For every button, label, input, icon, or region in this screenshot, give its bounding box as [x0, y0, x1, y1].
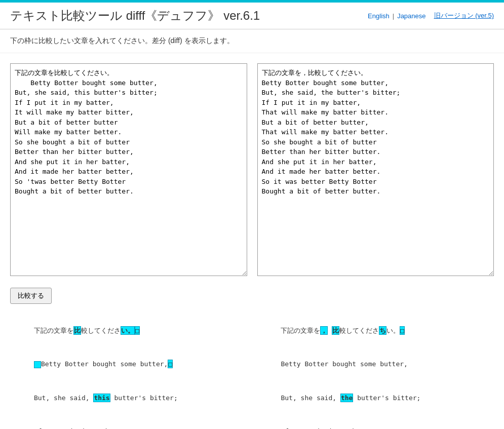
right-textarea-wrapper: 下記の文章を，比較してください。 Betty Botter bought som…	[257, 63, 494, 278]
header: テキスト比較ツール difff《デュフフ》 ver.6.1 English | …	[0, 3, 504, 29]
diff-word-the: the	[340, 394, 353, 402]
header-links: English | Japanese 旧バージョン (ver.5)	[368, 11, 494, 20]
left-textarea[interactable]: 下記の文章を比較してください。 Betty Botter bought some…	[10, 63, 247, 276]
right-result-line-4: If I put it in my batter,	[257, 415, 494, 429]
right-result-pane: 下記の文章を， 比較してくださちい。□ Betty Botter bought …	[257, 314, 494, 429]
right-result-line-2: Betty Botter bought some butter,	[257, 347, 494, 381]
diff-span-box: □	[400, 326, 405, 335]
japanese-lang-link[interactable]: Japanese	[397, 12, 425, 20]
diff-span: 比	[73, 326, 81, 335]
diff-box-inline	[34, 361, 41, 368]
left-result-line-1: 下記の文章を比較してください。□	[10, 314, 247, 347]
diff-span: い。	[121, 326, 135, 335]
diff-span: ち	[379, 326, 386, 335]
left-result-pane: 下記の文章を比較してください。□ Betty Botter bought som…	[10, 314, 247, 429]
compare-button[interactable]: 比較する	[10, 288, 52, 304]
diff-span: 比	[332, 326, 339, 335]
left-result-line-2: Betty Botter bought some butter,□	[10, 347, 247, 381]
english-lang-link[interactable]: English	[368, 12, 390, 20]
diff-span-box: □	[135, 326, 140, 335]
left-textarea-wrapper: 下記の文章を比較してください。 Betty Botter bought some…	[10, 63, 247, 278]
textareas-section: 下記の文章を比較してください。 Betty Botter bought some…	[0, 53, 504, 283]
lang-separator: |	[393, 12, 394, 20]
left-result-line-4: If I put it in my batter,	[10, 415, 247, 429]
diff-span: ，	[320, 326, 328, 335]
right-result-line-1: 下記の文章を， 比較してくださちい。□	[257, 314, 494, 347]
diff-word-this: this	[93, 394, 110, 402]
page-title: テキスト比較ツール difff《デュフフ》 ver.6.1	[10, 8, 260, 24]
compare-section: 比較する	[0, 283, 504, 314]
description-label: 下の枠に比較したい文章を入れてください。差分 (diff) を表示します。	[10, 36, 234, 45]
diff-span: □	[168, 360, 173, 368]
description-text: 下の枠に比較したい文章を入れてください。差分 (diff) を表示します。	[0, 29, 504, 53]
results-section: 下記の文章を比較してください。□ Betty Botter bought som…	[0, 314, 504, 429]
left-result-line-3: But, she said, this butter's bitter;	[10, 381, 247, 415]
right-textarea[interactable]: 下記の文章を，比較してください。 Betty Botter bought som…	[257, 63, 494, 276]
old-version-link[interactable]: 旧バージョン (ver.5)	[434, 11, 494, 20]
right-result-line-3: But, she said, the butter's bitter;	[257, 381, 494, 415]
